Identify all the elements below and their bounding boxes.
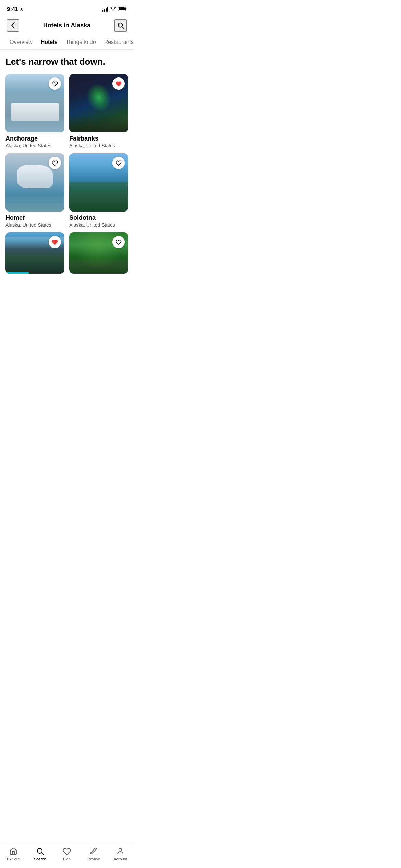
tab-restaurants[interactable]: Restaurants (100, 36, 134, 49)
tab-things-to-do[interactable]: Things to do (62, 36, 100, 49)
card-5[interactable] (5, 232, 64, 274)
signal-icon (102, 7, 108, 12)
status-time: 9:41 (7, 6, 18, 13)
anchorage-name: Anchorage (5, 135, 64, 142)
tabs: Overview Hotels Things to do Restaurants (0, 36, 134, 50)
battery-icon (118, 6, 127, 12)
card-fairbanks-image (69, 74, 128, 132)
anchorage-favorite-button[interactable] (49, 77, 61, 90)
location-arrow-icon (20, 7, 24, 11)
card-6[interactable] (69, 232, 128, 274)
homer-subtitle: Alaska, United States (5, 222, 64, 228)
card-homer[interactable]: Homer Alaska, United States (5, 153, 64, 228)
card-anchorage[interactable]: Anchorage Alaska, United States (5, 74, 64, 148)
back-button[interactable] (7, 19, 19, 32)
card-fairbanks[interactable]: Fairbanks Alaska, United States (69, 74, 128, 148)
status-bar: 9:41 (0, 0, 134, 16)
wifi-icon (110, 6, 116, 12)
card-homer-image (5, 153, 64, 212)
soldotna-name: Soldotna (69, 214, 128, 221)
header-search-button[interactable] (114, 19, 127, 32)
header: Hotels in Alaska (0, 16, 134, 36)
homer-name: Homer (5, 214, 64, 221)
soldotna-favorite-button[interactable] (112, 157, 125, 169)
card-anchorage-image (5, 74, 64, 132)
fairbanks-name: Fairbanks (69, 135, 128, 142)
homer-favorite-button[interactable] (49, 157, 61, 169)
main-content: Let's narrow that down. Anchorage Alaska… (0, 50, 134, 311)
card-soldotna[interactable]: Soldotna Alaska, United States (69, 153, 128, 228)
tab-hotels[interactable]: Hotels (37, 36, 62, 49)
svg-rect-1 (119, 7, 125, 10)
destinations-grid: Anchorage Alaska, United States Fairbank… (5, 74, 128, 274)
card6-favorite-button[interactable] (112, 236, 125, 248)
status-icons (102, 6, 127, 12)
svg-line-3 (122, 27, 124, 28)
page-title: Hotels in Alaska (43, 22, 90, 29)
card-5-image (5, 232, 64, 274)
anchorage-subtitle: Alaska, United States (5, 143, 64, 148)
soldotna-subtitle: Alaska, United States (69, 222, 128, 228)
card-6-image (69, 232, 128, 274)
fairbanks-subtitle: Alaska, United States (69, 143, 128, 148)
tab-overview[interactable]: Overview (5, 36, 37, 49)
card-soldotna-image (69, 153, 128, 212)
fairbanks-favorite-button[interactable] (112, 77, 125, 90)
section-title: Let's narrow that down. (5, 57, 128, 67)
card5-favorite-button[interactable] (49, 236, 61, 248)
